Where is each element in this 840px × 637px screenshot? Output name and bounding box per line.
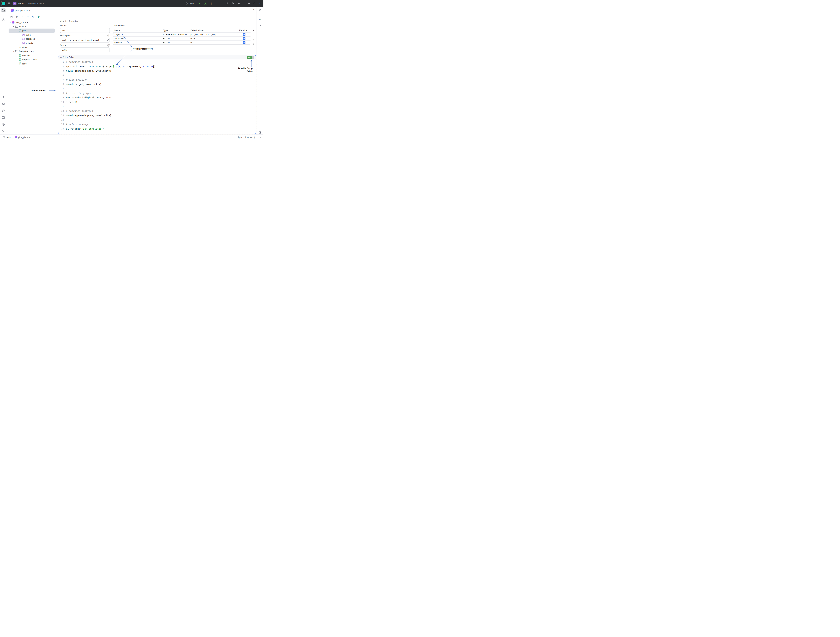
tree-item-velocity[interactable]: pvelocity — [9, 41, 55, 45]
tree-item-actions[interactable]: ▾Actions — [9, 25, 55, 29]
code-line-14[interactable]: 14 — [58, 118, 256, 122]
move-up-button[interactable]: ↑ — [252, 38, 255, 41]
sync-icon[interactable]: ↻ — [15, 15, 19, 19]
cell-default-value[interactable]: 0.2 — [189, 41, 238, 44]
code-line-12[interactable]: 12# approach position — [58, 109, 256, 114]
tab-pick-place-ai[interactable]: pick_place.ai × — [9, 7, 32, 14]
tree-item-connect[interactable]: dconnect — [9, 54, 55, 58]
tree-item-place[interactable]: aplace — [9, 45, 55, 49]
structure-icon[interactable] — [1, 17, 6, 21]
tree-item-request-control[interactable]: drequest_control — [9, 57, 55, 61]
script-editor[interactable]: 1# approach position2approach_pose = pos… — [58, 60, 256, 134]
cell-name-velocity[interactable]: velocity — [113, 41, 162, 44]
expand-icon[interactable] — [106, 39, 109, 41]
code-line-15[interactable]: 15# return message — [58, 122, 256, 126]
preview-run-icon[interactable] — [258, 31, 262, 35]
undo-icon[interactable]: ↶ — [21, 15, 24, 19]
lock-icon[interactable] — [259, 136, 261, 139]
run-icon[interactable]: ▶ — [198, 2, 201, 5]
settings-gear-icon[interactable] — [237, 2, 241, 5]
code-line-9[interactable]: 9set_standard_digital_out(1, True) — [58, 95, 256, 100]
more-horizontal-icon[interactable]: ⋯ — [258, 38, 262, 42]
close-icon[interactable]: × — [258, 2, 261, 5]
app-logo-icon[interactable] — [2, 2, 5, 5]
more-horizontal-icon[interactable]: ⋯ — [1, 24, 6, 28]
project-tree[interactable]: ▾pick_place.ai▾Actions▾apickptargetpappr… — [7, 20, 57, 134]
project-selector[interactable]: D demo ▾ — [13, 2, 25, 5]
cell-default-value[interactable]: [0.0, 0.0, 0.0, 0.0, 0.0, 0.0] — [189, 32, 238, 36]
remove-parameter-button[interactable]: − — [252, 33, 255, 36]
code-line-10[interactable]: 10sleep(1) — [58, 100, 256, 104]
scope-select[interactable]: MAIN ▾ — [60, 47, 110, 52]
column-header-required[interactable]: Required — [238, 28, 251, 32]
minimize-icon[interactable] — [247, 2, 250, 5]
code-line-8[interactable]: 8# close the gripper — [58, 91, 256, 96]
w-plugin-icon[interactable]: W — [258, 17, 262, 21]
more-vertical-icon[interactable]: ⋮ — [252, 9, 255, 12]
description-help-icon[interactable]: ? — [107, 34, 110, 37]
cell-name-appraoch[interactable]: appraoch — [113, 36, 162, 41]
robot-arm-icon[interactable] — [258, 24, 262, 28]
breadcrumb-project[interactable]: demo — [6, 136, 11, 139]
collaborate-icon[interactable] — [226, 2, 229, 5]
name-input[interactable] — [60, 28, 110, 33]
vcs-widget[interactable]: Version control ▾ — [28, 2, 44, 5]
column-header-name[interactable]: Name — [113, 28, 162, 32]
code-line-3[interactable]: 3movel(approach_pose, v=velocity) — [58, 69, 256, 73]
code-line-7[interactable]: 7 — [58, 87, 256, 91]
code-line-4[interactable]: 4 — [58, 73, 256, 78]
code-line-13[interactable]: 13movel(approach_pose, v=velocity) — [58, 113, 256, 118]
cell-name-target[interactable]: target — [113, 32, 162, 36]
problems-icon[interactable] — [1, 122, 6, 126]
project-folder-icon[interactable] — [1, 8, 6, 13]
layout-icon[interactable] — [258, 131, 262, 135]
code-line-2[interactable]: 2approach_pose = pose_trans(target, p[0,… — [58, 64, 256, 69]
cell-type[interactable]: FLOAT — [162, 41, 189, 44]
add-default-action-icon[interactable]: d+ — [37, 15, 41, 19]
tree-item-target[interactable]: ptarget — [9, 33, 55, 37]
code-line-16[interactable]: 16ai_return("Pick completed!") — [58, 126, 256, 131]
notifications-bell-icon[interactable] — [258, 8, 262, 13]
column-header-default-value[interactable]: Default Value — [189, 28, 238, 32]
cell-type[interactable]: CARTESIAN_POSITION — [162, 32, 189, 36]
column-header-type[interactable]: Type — [162, 28, 189, 32]
terminal-icon[interactable] — [1, 115, 6, 120]
chevron-expanded-icon[interactable]: ▾ — [12, 26, 15, 27]
find-instance-icon[interactable] — [32, 15, 35, 19]
scope-help-icon[interactable]: ? — [107, 44, 110, 47]
main-menu-icon[interactable]: ☰ — [8, 2, 11, 5]
tree-item-appraoch[interactable]: pappraoch — [9, 37, 55, 41]
services-icon[interactable] — [1, 102, 6, 106]
run-toolwindow-icon[interactable] — [1, 109, 6, 113]
cell-default-value[interactable]: 0.15 — [189, 36, 238, 41]
breadcrumb-file[interactable]: pick_place.ai — [18, 136, 30, 139]
cell-type[interactable]: FLOAT — [162, 36, 189, 41]
script-editor-toggle[interactable]: ON — [247, 56, 254, 58]
tree-item-default-actions[interactable]: ▾Default Actions — [9, 49, 55, 54]
code-line-1[interactable]: 1# approach position — [58, 60, 256, 64]
git-branch-widget[interactable]: main ▾ — [185, 2, 196, 5]
chevron-expanded-icon[interactable]: ▾ — [9, 22, 12, 23]
required-checkbox[interactable] — [243, 33, 245, 36]
required-checkbox[interactable] — [243, 41, 245, 44]
description-input[interactable] — [60, 38, 110, 43]
search-icon[interactable] — [231, 2, 235, 5]
interpreter-widget[interactable]: Python 3.9 (demo) — [238, 136, 255, 139]
code-line-11[interactable]: 11 — [58, 104, 256, 109]
add-parameter-button[interactable]: + — [252, 29, 255, 32]
more-vertical-icon[interactable]: ⋮ — [210, 2, 213, 5]
code-line-6[interactable]: 6movel(target, v=velocity) — [58, 82, 256, 87]
move-down-button[interactable]: ↓ — [252, 43, 255, 46]
tab-close-icon[interactable]: × — [29, 9, 30, 12]
tree-item-reset[interactable]: dreset — [9, 61, 55, 66]
chevron-expanded-icon[interactable]: ▾ — [12, 50, 15, 52]
debug-icon[interactable] — [204, 2, 207, 5]
tree-item-pick-place-ai[interactable]: ▾pick_place.ai — [9, 20, 55, 25]
chevron-expanded-icon[interactable]: ▾ — [15, 30, 19, 32]
save-icon[interactable] — [9, 15, 13, 19]
tree-item-pick[interactable]: ▾apick — [9, 28, 55, 33]
commit-icon[interactable] — [1, 95, 6, 99]
code-line-5[interactable]: 5# pick position — [58, 77, 256, 82]
git-branch-icon[interactable] — [1, 129, 6, 133]
redo-icon[interactable]: ↷ — [26, 15, 30, 19]
